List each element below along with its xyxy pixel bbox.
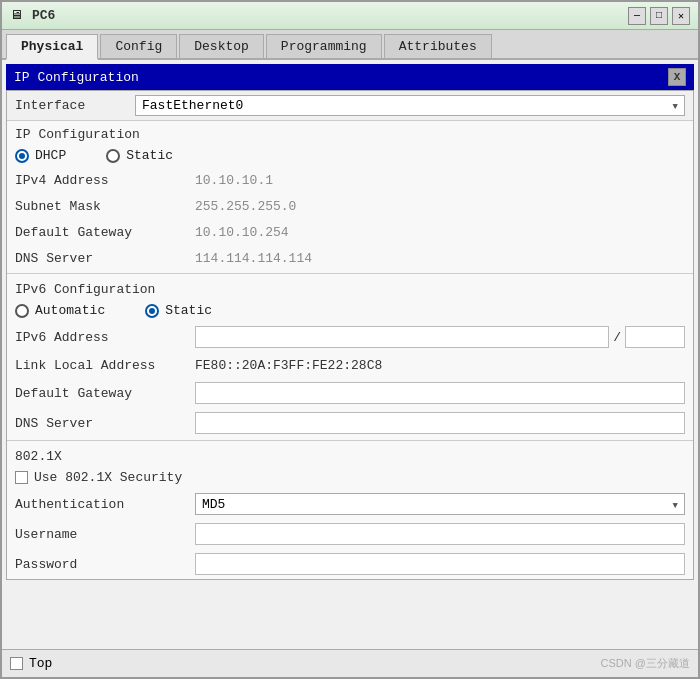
automatic-radio[interactable]: Automatic — [15, 303, 105, 318]
static-ipv6-radio-circle[interactable] — [145, 304, 159, 318]
app-icon: 🖥 — [10, 8, 26, 24]
ip-config-title: IP Configuration — [14, 70, 139, 85]
authentication-row: Authentication MD5 — [7, 489, 693, 519]
dns-server-ipv6-label: DNS Server — [15, 416, 195, 431]
automatic-radio-circle[interactable] — [15, 304, 29, 318]
default-gateway-ipv6-row: Default Gateway — [7, 378, 693, 408]
close-button[interactable]: ✕ — [672, 7, 690, 25]
link-local-row: Link Local Address FE80::20A:F3FF:FE22:2… — [7, 352, 693, 378]
dhcp-label: DHCP — [35, 148, 66, 163]
dns-server-ipv4-label: DNS Server — [15, 251, 195, 266]
tab-attributes[interactable]: Attributes — [384, 34, 492, 58]
default-gateway-ipv4-row: Default Gateway 10.10.10.254 — [7, 219, 693, 245]
interface-label: Interface — [15, 98, 135, 113]
automatic-label: Automatic — [35, 303, 105, 318]
auth-chevron-icon — [673, 497, 678, 512]
ipv6-radio-row: Automatic Static — [7, 299, 693, 322]
ipv4-radio-row: DHCP Static — [7, 144, 693, 167]
dhcp-radio[interactable]: DHCP — [15, 148, 66, 163]
tab-physical[interactable]: Physical — [6, 34, 98, 60]
ipv6-section-label: IPv6 Configuration — [7, 276, 693, 299]
subnet-mask-label: Subnet Mask — [15, 199, 195, 214]
maximize-button[interactable]: □ — [650, 7, 668, 25]
top-checkbox[interactable] — [10, 657, 23, 670]
top-checkbox-item: Top — [10, 656, 52, 671]
default-gateway-ipv6-label: Default Gateway — [15, 386, 195, 401]
username-label: Username — [15, 527, 195, 542]
watermark-text: CSDN @三分藏道 — [601, 656, 690, 671]
authentication-value: MD5 — [202, 497, 225, 512]
tab-desktop[interactable]: Desktop — [179, 34, 264, 58]
link-local-value: FE80::20A:F3FF:FE22:28C8 — [195, 358, 685, 373]
ipv6-address-label: IPv6 Address — [15, 330, 195, 345]
username-input[interactable] — [195, 523, 685, 545]
ipv6-address-input-group: / — [195, 326, 685, 348]
dns-server-ipv6-row: DNS Server — [7, 408, 693, 438]
use-802-checkbox[interactable] — [15, 471, 28, 484]
default-gateway-ipv4-value: 10.10.10.254 — [195, 225, 685, 240]
use-802-row: Use 802.1X Security — [7, 466, 693, 489]
subnet-mask-row: Subnet Mask 255.255.255.0 — [7, 193, 693, 219]
dns-server-ipv6-input[interactable] — [195, 412, 685, 434]
subnet-mask-value: 255.255.255.0 — [195, 199, 685, 214]
tab-bar: Physical Config Desktop Programming Attr… — [2, 30, 698, 60]
title-bar: 🖥 PC6 — □ ✕ — [2, 2, 698, 30]
static-ipv6-radio[interactable]: Static — [145, 303, 212, 318]
minimize-button[interactable]: — — [628, 7, 646, 25]
authentication-dropdown[interactable]: MD5 — [195, 493, 685, 515]
interface-chevron-icon — [673, 98, 678, 113]
tab-config[interactable]: Config — [100, 34, 177, 58]
ipv6-slash: / — [613, 330, 621, 345]
ip-config-panel: Interface FastEthernet0 IP Configuration… — [6, 90, 694, 580]
ip-config-header-bar: IP Configuration X — [6, 64, 694, 90]
tab-programming[interactable]: Programming — [266, 34, 382, 58]
dhcp-radio-circle[interactable] — [15, 149, 29, 163]
password-row: Password — [7, 549, 693, 579]
password-label: Password — [15, 557, 195, 572]
static-ipv6-label: Static — [165, 303, 212, 318]
content-area: IP Configuration X Interface FastEtherne… — [2, 60, 698, 649]
static-radio-circle[interactable] — [106, 149, 120, 163]
ipv6-prefix-input[interactable] — [625, 326, 685, 348]
default-gateway-ipv6-input[interactable] — [195, 382, 685, 404]
default-gateway-ipv4-label: Default Gateway — [15, 225, 195, 240]
interface-row: Interface FastEthernet0 — [7, 91, 693, 121]
link-local-label: Link Local Address — [15, 358, 195, 373]
interface-dropdown[interactable]: FastEthernet0 — [135, 95, 685, 116]
main-window: 🖥 PC6 — □ ✕ Physical Config Desktop Prog… — [0, 0, 700, 679]
top-label: Top — [29, 656, 52, 671]
dns-server-ipv4-row: DNS Server 114.114.114.114 — [7, 245, 693, 271]
authentication-label: Authentication — [15, 497, 195, 512]
interface-value: FastEthernet0 — [142, 98, 243, 113]
ipv6-address-input[interactable] — [195, 326, 609, 348]
ipv6-address-row: IPv6 Address / — [7, 322, 693, 352]
title-bar-left: 🖥 PC6 — [10, 8, 55, 24]
ip-config-close-button[interactable]: X — [668, 68, 686, 86]
static-label: Static — [126, 148, 173, 163]
dns-server-ipv4-value: 114.114.114.114 — [195, 251, 685, 266]
ipv4-address-value: 10.10.10.1 — [195, 173, 685, 188]
ipv4-address-label: IPv4 Address — [15, 173, 195, 188]
static-radio[interactable]: Static — [106, 148, 173, 163]
title-buttons: — □ ✕ — [628, 7, 690, 25]
use-802-label: Use 802.1X Security — [34, 470, 182, 485]
password-input[interactable] — [195, 553, 685, 575]
username-row: Username — [7, 519, 693, 549]
ipv4-address-row: IPv4 Address 10.10.10.1 — [7, 167, 693, 193]
dot1x-section-label: 802.1X — [7, 443, 693, 466]
ipv4-section-label: IP Configuration — [7, 121, 693, 144]
window-title: PC6 — [32, 8, 55, 23]
bottom-bar: Top CSDN @三分藏道 — [2, 649, 698, 677]
